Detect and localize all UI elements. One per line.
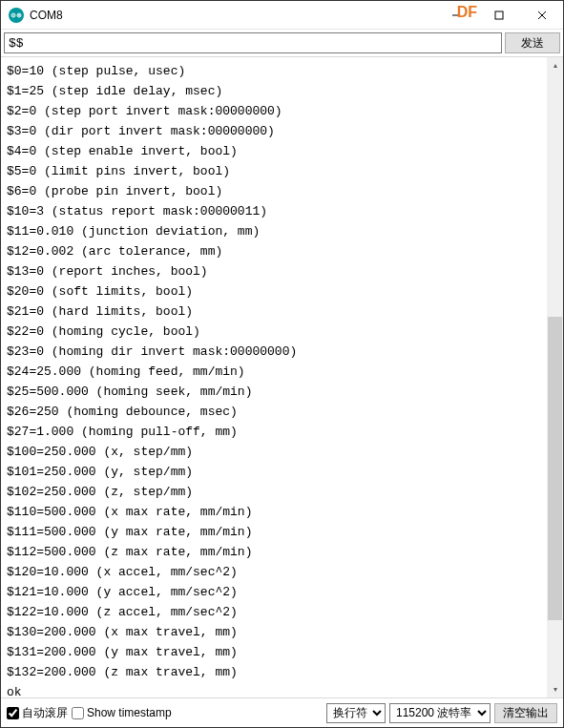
scroll-up-button[interactable]: ▴ bbox=[547, 57, 563, 73]
send-button[interactable]: 发送 bbox=[505, 32, 560, 53]
command-input[interactable] bbox=[4, 32, 502, 53]
console-area: $0=10 (step pulse, usec) $1=25 (step idl… bbox=[1, 57, 563, 698]
timestamp-input[interactable] bbox=[72, 707, 84, 719]
close-icon bbox=[537, 10, 547, 20]
autoscroll-checkbox[interactable]: 自动滚屏 bbox=[7, 705, 68, 721]
window-title: COM8 bbox=[30, 9, 63, 22]
close-button[interactable] bbox=[520, 1, 563, 29]
autoscroll-label: 自动滚屏 bbox=[22, 705, 68, 721]
scroll-track[interactable] bbox=[547, 73, 563, 681]
console-output: $0=10 (step pulse, usec) $1=25 (step idl… bbox=[1, 57, 547, 697]
baud-rate-select[interactable]: 115200 波特率 bbox=[389, 703, 491, 723]
scroll-thumb[interactable] bbox=[548, 317, 562, 621]
svg-rect-6 bbox=[495, 11, 503, 19]
serial-monitor-window: COM8 DF 发送 $0=10 (step pulse, usec) $1=2… bbox=[0, 0, 564, 728]
bottom-bar: 自动滚屏 Show timestamp 换行符 115200 波特率 清空输出 bbox=[1, 698, 563, 727]
timestamp-label: Show timestamp bbox=[87, 706, 172, 719]
minimize-button[interactable] bbox=[434, 1, 477, 29]
vertical-scrollbar[interactable]: ▴ ▾ bbox=[547, 57, 563, 697]
line-ending-select[interactable]: 换行符 bbox=[326, 703, 386, 723]
arduino-icon bbox=[9, 8, 24, 23]
minimize-icon bbox=[451, 10, 461, 20]
maximize-icon bbox=[494, 10, 504, 20]
scroll-down-button[interactable]: ▾ bbox=[547, 681, 563, 697]
timestamp-checkbox[interactable]: Show timestamp bbox=[72, 706, 172, 719]
command-row: 发送 bbox=[1, 30, 563, 57]
clear-output-button[interactable]: 清空输出 bbox=[494, 703, 557, 723]
titlebar: COM8 DF bbox=[1, 1, 563, 30]
maximize-button[interactable] bbox=[477, 1, 520, 29]
autoscroll-input[interactable] bbox=[7, 707, 19, 719]
window-controls bbox=[434, 1, 563, 29]
